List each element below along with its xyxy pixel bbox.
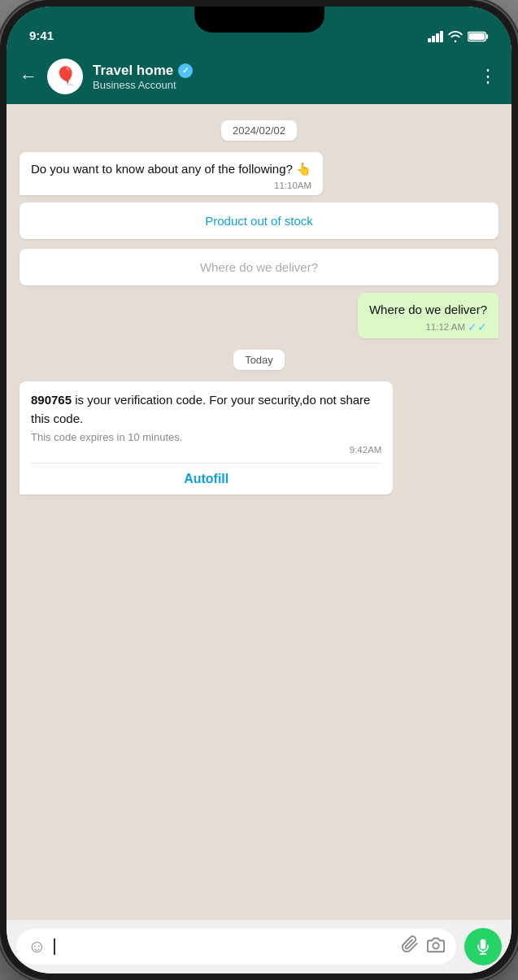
svg-rect-2 (468, 33, 485, 40)
screen: 9:41 (7, 7, 511, 973)
contact-name: Travel home ✓ (93, 63, 469, 79)
verification-message: 890765 is your verification code. For yo… (20, 381, 393, 494)
camera-button[interactable] (427, 936, 445, 958)
received-bubble: Do you want to know about any of the fol… (20, 152, 323, 195)
wifi-icon (448, 31, 463, 42)
verification-sub-text: This code expires in 10 minutes. (31, 431, 381, 443)
input-bar: ☺ (7, 920, 511, 973)
header-subtitle: Business Account (93, 79, 469, 91)
sent-message: Where do we deliver? 11:12 AM ✓✓ (358, 293, 498, 339)
chat-area: 2024/02/02 Do you want to know about any… (7, 104, 511, 920)
status-icons (428, 31, 489, 44)
received-message: Do you want to know about any of the fol… (20, 152, 323, 195)
more-options-button[interactable]: ⋮ (479, 66, 498, 87)
status-time: 9:41 (29, 28, 54, 44)
chat-header: ← 🎈 Travel home ✓ Business Account ⋮ (7, 49, 511, 104)
quick-reply-product-out-of-stock[interactable]: Product out of stock (20, 203, 498, 239)
autofill-button[interactable]: Autofill (31, 467, 381, 490)
svg-point-3 (433, 943, 438, 948)
date-separator: 2024/02/02 (20, 120, 498, 141)
today-separator: Today (20, 350, 498, 370)
svg-rect-1 (486, 34, 488, 39)
text-input[interactable] (54, 939, 393, 955)
sent-bubble: Where do we deliver? 11:12 AM ✓✓ (358, 293, 498, 339)
received-bubble-time: 11:10AM (274, 181, 311, 190)
verification-time: 9:42AM (350, 445, 382, 455)
received-bubble-meta: 11:10AM (31, 181, 311, 190)
battery-icon (468, 31, 489, 42)
verification-text: is your verification code. For your secu… (31, 393, 370, 425)
verified-badge: ✓ (178, 63, 193, 78)
sent-bubble-meta: 11:12 AM ✓✓ (369, 320, 487, 333)
signal-icon (428, 31, 443, 42)
emoji-button[interactable]: ☺ (28, 936, 46, 957)
received-bubble-text: Do you want to know about any of the fol… (31, 160, 311, 179)
verification-meta: 9:42AM (31, 445, 381, 455)
date-badge: 2024/02/02 (221, 120, 297, 141)
header-info: Travel home ✓ Business Account (93, 63, 469, 91)
read-receipt-icon: ✓✓ (468, 320, 487, 333)
verification-bubble: 890765 is your verification code. For yo… (20, 381, 393, 494)
verification-code: 890765 (31, 393, 72, 407)
today-badge: Today (233, 350, 285, 370)
avatar: 🎈 (47, 59, 83, 94)
back-button[interactable]: ← (20, 66, 37, 87)
verification-main-text: 890765 is your verification code. For yo… (31, 391, 381, 428)
verification-divider (31, 463, 381, 464)
attach-button[interactable] (401, 935, 419, 958)
sent-bubble-text: Where do we deliver? (369, 301, 487, 320)
input-inner: ☺ (16, 929, 456, 965)
notch (194, 7, 324, 33)
sent-bubble-time: 11:12 AM (425, 322, 465, 332)
phone-frame: 9:41 (0, 0, 518, 980)
mic-button[interactable] (464, 928, 502, 965)
quick-reply-where-deliver[interactable]: Where do we deliver? (20, 249, 498, 285)
phone-inner: 9:41 (7, 7, 511, 973)
